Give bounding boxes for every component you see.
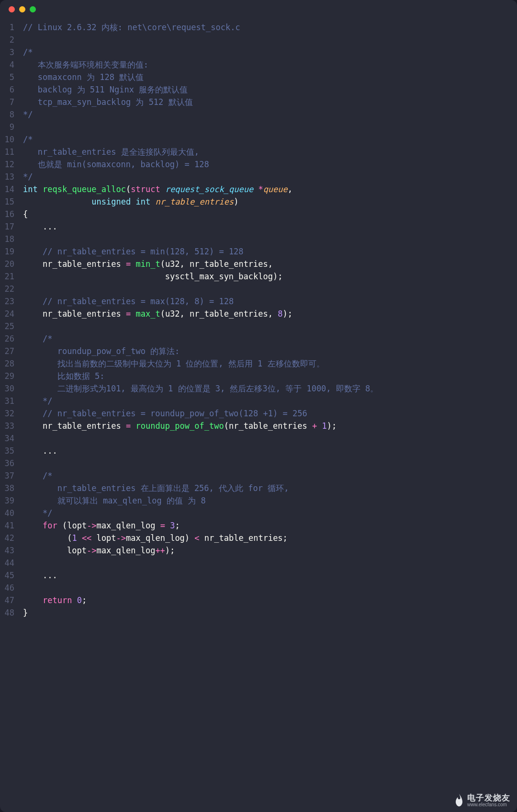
code-content[interactable]: // nr_table_entries = max(128, 8) = 128 — [23, 295, 517, 308]
code-line[interactable]: 43 lopt->max_qlen_log++); — [0, 544, 517, 557]
code-line[interactable]: 20 nr_table_entries = min_t(u32, nr_tabl… — [0, 258, 517, 270]
code-content[interactable]: nr_table_entries 是全连接队列最大值, — [23, 146, 517, 158]
code-content[interactable]: nr_table_entries = min_t(u32, nr_table_e… — [23, 258, 517, 270]
code-content[interactable]: /* — [23, 133, 517, 146]
code-line[interactable]: 40 */ — [0, 507, 517, 519]
code-content[interactable]: // Linux 2.6.32 内核: net\core\request_soc… — [23, 21, 517, 34]
code-line[interactable]: 19 // nr_table_entries = min(128, 512) =… — [0, 245, 517, 258]
code-content[interactable] — [23, 582, 517, 594]
code-content[interactable]: */ — [23, 171, 517, 183]
code-content[interactable]: unsigned int nr_table_entries) — [23, 195, 517, 208]
code-line[interactable]: 5 somaxconn 为 128 默认值 — [0, 71, 517, 83]
code-line[interactable]: 16{ — [0, 208, 517, 220]
code-content[interactable]: for (lopt->max_qlen_log = 3; — [23, 519, 517, 532]
code-line[interactable]: 36 — [0, 457, 517, 469]
maximize-icon[interactable] — [30, 6, 36, 12]
code-line[interactable]: 30 二进制形式为101, 最高位为 1 的位置是 3, 然后左移3位, 等于 … — [0, 382, 517, 395]
code-content[interactable]: lopt->max_qlen_log++); — [23, 544, 517, 557]
code-content[interactable] — [23, 320, 517, 332]
code-content[interactable]: sysctl_max_syn_backlog); — [23, 270, 517, 283]
code-content[interactable]: backlog 为 511 Nginx 服务的默认值 — [23, 83, 517, 96]
code-line[interactable]: 12 也就是 min(somaxconn, backlog) = 128 — [0, 158, 517, 171]
code-line[interactable]: 23 // nr_table_entries = max(128, 8) = 1… — [0, 295, 517, 308]
code-content[interactable]: (1 << lopt->max_qlen_log) < nr_table_ent… — [23, 532, 517, 544]
code-content[interactable] — [23, 233, 517, 245]
code-content[interactable] — [23, 283, 517, 295]
code-content[interactable]: 就可以算出 max_qlen_log 的值 为 8 — [23, 494, 517, 507]
minimize-icon[interactable] — [19, 6, 25, 12]
code-line[interactable]: 9 — [0, 121, 517, 133]
code-content[interactable] — [23, 457, 517, 469]
code-content[interactable]: roundup_pow_of_two 的算法: — [23, 345, 517, 357]
code-line[interactable]: 14int reqsk_queue_alloc(struct request_s… — [0, 183, 517, 195]
code-line[interactable]: 2 — [0, 34, 517, 46]
code-content[interactable]: 比如数据 5: — [23, 370, 517, 382]
code-line[interactable]: 25 — [0, 320, 517, 332]
code-line[interactable]: 42 (1 << lopt->max_qlen_log) < nr_table_… — [0, 532, 517, 544]
code-line[interactable]: 7 tcp_max_syn_backlog 为 512 默认值 — [0, 96, 517, 108]
code-content[interactable] — [23, 121, 517, 133]
code-content[interactable]: /* — [23, 469, 517, 482]
code-content[interactable]: /* — [23, 46, 517, 58]
code-line[interactable]: 29 比如数据 5: — [0, 370, 517, 382]
code-content[interactable]: return 0; — [23, 594, 517, 606]
code-line[interactable]: 32 // nr_table_entries = roundup_pow_of_… — [0, 407, 517, 420]
code-content[interactable]: 二进制形式为101, 最高位为 1 的位置是 3, 然后左移3位, 等于 100… — [23, 382, 517, 395]
code-line[interactable]: 8*/ — [0, 108, 517, 121]
code-line[interactable]: 26 /* — [0, 332, 517, 345]
code-content[interactable]: */ — [23, 395, 517, 407]
code-content[interactable] — [23, 34, 517, 46]
code-content[interactable] — [23, 557, 517, 569]
code-line[interactable]: 38 nr_table_entries 在上面算出是 256, 代入此 for … — [0, 482, 517, 494]
code-line[interactable]: 41 for (lopt->max_qlen_log = 3; — [0, 519, 517, 532]
code-line[interactable]: 21 sysctl_max_syn_backlog); — [0, 270, 517, 283]
code-content[interactable]: nr_table_entries = max_t(u32, nr_table_e… — [23, 308, 517, 320]
code-content[interactable]: 找出当前数的二级制中最大位为 1 位的位置, 然后用 1 左移位数即可。 — [23, 357, 517, 370]
code-content[interactable]: tcp_max_syn_backlog 为 512 默认值 — [23, 96, 517, 108]
close-icon[interactable] — [9, 6, 15, 12]
code-content[interactable]: 本次服务端环境相关变量的值: — [23, 58, 517, 71]
code-line[interactable]: 34 — [0, 432, 517, 445]
code-line[interactable]: 45 ... — [0, 569, 517, 582]
code-line[interactable]: 37 /* — [0, 469, 517, 482]
code-line[interactable]: 3/* — [0, 46, 517, 58]
code-content[interactable]: ... — [23, 569, 517, 582]
code-line[interactable]: 6 backlog 为 511 Nginx 服务的默认值 — [0, 83, 517, 96]
code-content[interactable]: nr_table_entries 在上面算出是 256, 代入此 for 循环, — [23, 482, 517, 494]
code-content[interactable] — [23, 432, 517, 445]
code-line[interactable]: 31 */ — [0, 395, 517, 407]
code-content[interactable]: /* — [23, 332, 517, 345]
code-line[interactable]: 47 return 0; — [0, 594, 517, 606]
code-content[interactable]: int reqsk_queue_alloc(struct request_soc… — [23, 183, 517, 195]
code-content[interactable]: // nr_table_entries = roundup_pow_of_two… — [23, 407, 517, 420]
code-content[interactable]: ... — [23, 445, 517, 457]
code-line[interactable]: 35 ... — [0, 445, 517, 457]
code-content[interactable]: nr_table_entries = roundup_pow_of_two(nr… — [23, 420, 517, 432]
code-line[interactable]: 39 就可以算出 max_qlen_log 的值 为 8 — [0, 494, 517, 507]
code-line[interactable]: 4 本次服务端环境相关变量的值: — [0, 58, 517, 71]
code-line[interactable]: 15 unsigned int nr_table_entries) — [0, 195, 517, 208]
code-line[interactable]: 27 roundup_pow_of_two 的算法: — [0, 345, 517, 357]
code-content[interactable]: */ — [23, 108, 517, 121]
code-line[interactable]: 48} — [0, 606, 517, 619]
code-area[interactable]: 1// Linux 2.6.32 内核: net\core\request_so… — [0, 18, 517, 629]
code-content[interactable]: { — [23, 208, 517, 220]
code-content[interactable]: somaxconn 为 128 默认值 — [23, 71, 517, 83]
code-content[interactable]: // nr_table_entries = min(128, 512) = 12… — [23, 245, 517, 258]
code-line[interactable]: 1// Linux 2.6.32 内核: net\core\request_so… — [0, 21, 517, 34]
code-line[interactable]: 18 — [0, 233, 517, 245]
code-line[interactable]: 44 — [0, 557, 517, 569]
code-line[interactable]: 13*/ — [0, 171, 517, 183]
code-line[interactable]: 24 nr_table_entries = max_t(u32, nr_tabl… — [0, 308, 517, 320]
code-content[interactable]: */ — [23, 507, 517, 519]
code-line[interactable]: 28 找出当前数的二级制中最大位为 1 位的位置, 然后用 1 左移位数即可。 — [0, 357, 517, 370]
code-line[interactable]: 33 nr_table_entries = roundup_pow_of_two… — [0, 420, 517, 432]
code-line[interactable]: 11 nr_table_entries 是全连接队列最大值, — [0, 146, 517, 158]
code-line[interactable]: 46 — [0, 582, 517, 594]
code-line[interactable]: 17 ... — [0, 220, 517, 233]
code-content[interactable]: 也就是 min(somaxconn, backlog) = 128 — [23, 158, 517, 171]
code-content[interactable]: ... — [23, 220, 517, 233]
code-content[interactable]: } — [23, 606, 517, 619]
code-line[interactable]: 10/* — [0, 133, 517, 146]
code-line[interactable]: 22 — [0, 283, 517, 295]
